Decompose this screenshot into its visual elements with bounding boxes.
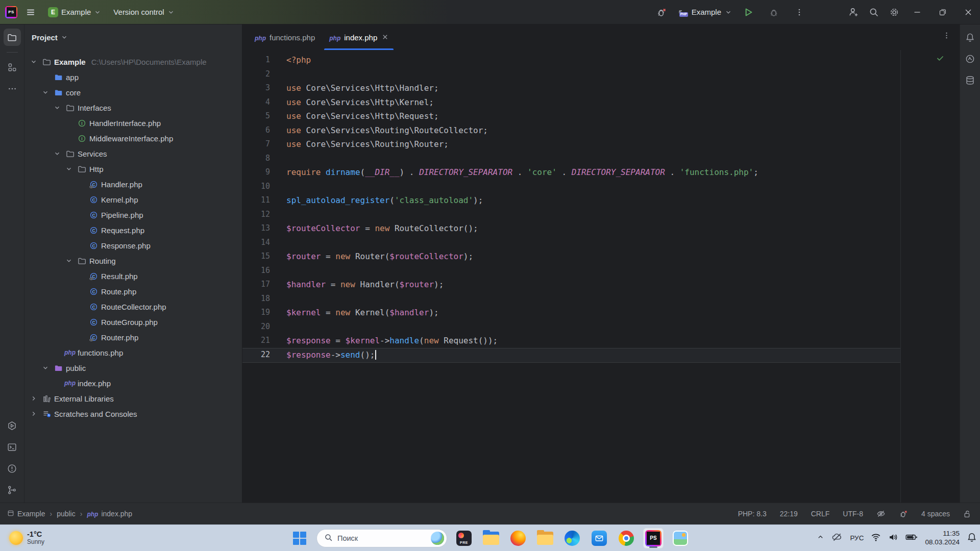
version-control-tool-tool-button[interactable]	[4, 481, 21, 498]
line-number[interactable]: 15	[242, 249, 282, 264]
line-number[interactable]: 4	[242, 95, 282, 110]
debug-listeners-off-button[interactable]	[652, 3, 671, 21]
weather-widget[interactable]: -1°C Sunny	[4, 525, 50, 551]
start-button[interactable]	[289, 528, 310, 548]
code-line[interactable]: 18	[242, 292, 960, 306]
chevron-down-icon[interactable]	[52, 150, 62, 157]
code-line[interactable]: 5use Core\Services\Http\Request;	[242, 109, 960, 123]
code-line[interactable]: 3use Core\Services\Http\Handler;	[242, 81, 960, 95]
tree-item-external-libraries[interactable]: External Libraries	[24, 391, 242, 406]
taskbar-app-mail[interactable]	[589, 528, 609, 548]
search-everywhere-button[interactable]	[865, 3, 883, 21]
code-line[interactable]: 8	[242, 152, 960, 166]
tree-item-core[interactable]: core	[24, 85, 242, 100]
line-number[interactable]: 7	[242, 137, 282, 152]
window-close-button[interactable]	[957, 0, 980, 24]
code-line[interactable]: 16	[242, 264, 960, 278]
chevron-down-icon[interactable]	[64, 165, 74, 172]
tree-item-handler-php[interactable]: CHandler.php	[24, 177, 242, 192]
tree-item-interfaces[interactable]: Interfaces	[24, 100, 242, 115]
taskbar-search-input[interactable]: Поиск	[316, 529, 447, 547]
code-line[interactable]: 13$routeCollector = new RouteCollector()…	[242, 221, 960, 236]
tree-item-router-php[interactable]: CRouter.php	[24, 330, 242, 345]
taskbar-app-folder[interactable]	[535, 528, 555, 548]
tab-index-php[interactable]: phpindex.php	[322, 24, 396, 50]
indent-widget[interactable]: 4 spaces	[921, 510, 950, 518]
chevron-down-icon[interactable]	[40, 364, 51, 371]
settings-button[interactable]	[885, 3, 903, 21]
code-line[interactable]: 15$router = new Router($routeCollector);	[242, 249, 960, 264]
terminal-tool-button[interactable]	[4, 438, 21, 456]
line-number[interactable]: 13	[242, 221, 282, 236]
line-number[interactable]: 6	[242, 123, 282, 138]
database-button[interactable]	[962, 71, 979, 89]
tree-item-route-php[interactable]: CRoute.php	[24, 284, 242, 299]
taskbar-app-edge[interactable]	[562, 528, 582, 548]
taskbar-app-chrome[interactable]	[616, 528, 636, 548]
run-button[interactable]	[739, 3, 757, 21]
services-tool-button[interactable]	[4, 417, 21, 434]
tree-item-example[interactable]: ExampleC:\Users\HP\Documents\Example	[24, 54, 242, 69]
line-number[interactable]: 12	[242, 208, 282, 222]
tree-item-routing[interactable]: Routing	[24, 253, 242, 268]
php-version-widget[interactable]: PHP: 8.3	[738, 510, 767, 518]
breadcrumb-index-php[interactable]: phpindex.php	[87, 510, 132, 518]
language-indicator[interactable]: РУС	[850, 534, 864, 542]
notification-center-icon[interactable]	[967, 532, 977, 544]
code-line[interactable]: 19$kernel = new Kernel($handler);	[242, 306, 960, 320]
code-line[interactable]: 22$response->send();	[242, 348, 960, 362]
structure-tool-button[interactable]	[4, 59, 21, 76]
code-line[interactable]: 20	[242, 320, 960, 334]
line-number[interactable]: 22	[242, 348, 282, 362]
more-actions-button[interactable]	[790, 3, 808, 21]
code-line[interactable]: 2	[242, 67, 960, 82]
writable-lock-icon[interactable]	[963, 510, 972, 518]
run-configuration-selector[interactable]: PHP Example	[678, 7, 732, 17]
window-minimize-button[interactable]	[905, 0, 929, 24]
taskbar-app-photos[interactable]	[670, 528, 691, 548]
tree-item-http[interactable]: Http	[24, 161, 242, 177]
chevron-down-icon[interactable]	[61, 34, 68, 41]
chevron-down-icon[interactable]	[64, 257, 74, 264]
code-line[interactable]: 1<?php	[242, 53, 960, 67]
clock-widget[interactable]: 11:35 08.03.2024	[925, 530, 960, 547]
debugger-muted-icon[interactable]	[899, 509, 908, 518]
code-line[interactable]: 10	[242, 180, 960, 194]
line-number[interactable]: 11	[242, 193, 282, 208]
tree-item-public[interactable]: public	[24, 360, 242, 375]
tree-item-response-php[interactable]: CResponse.php	[24, 238, 242, 253]
onedrive-offline-icon[interactable]	[831, 532, 843, 545]
wifi-icon[interactable]	[871, 532, 881, 544]
notifications-button[interactable]	[962, 29, 979, 46]
tree-item-request-php[interactable]: CRequest.php	[24, 222, 242, 238]
code-line[interactable]: 21$response = $kernel->handle(new Reques…	[242, 334, 960, 348]
line-number[interactable]: 18	[242, 292, 282, 306]
problems-tool-button[interactable]	[4, 460, 21, 477]
line-number[interactable]: 19	[242, 306, 282, 320]
tree-item-routegroup-php[interactable]: CRouteGroup.php	[24, 314, 242, 330]
line-number[interactable]: 9	[242, 165, 282, 180]
code-editor[interactable]: 1<?php23use Core\Services\Http\Handler;4…	[242, 50, 960, 503]
tree-item-middlewareinterface-php[interactable]: IMiddlewareInterface.php	[24, 131, 242, 146]
taskbar-app-firefox[interactable]	[508, 528, 528, 548]
tab-functions-php[interactable]: phpfunctions.php	[248, 24, 322, 50]
code-line[interactable]: 14	[242, 236, 960, 250]
project-widget[interactable]: E Example	[44, 4, 105, 20]
code-line[interactable]: 7use Core\Services\Routing\Router;	[242, 137, 960, 152]
line-number[interactable]: 10	[242, 180, 282, 194]
tree-item-services[interactable]: Services	[24, 146, 242, 161]
taskbar-app-file-explorer[interactable]	[481, 528, 501, 548]
window-restore-button[interactable]	[931, 0, 954, 24]
line-ending-widget[interactable]: CRLF	[811, 510, 830, 518]
code-line[interactable]: 11spl_autoload_register('class_autoload'…	[242, 193, 960, 208]
line-number[interactable]: 2	[242, 67, 282, 82]
chevron-down-icon[interactable]	[40, 89, 51, 96]
chevron-right-icon[interactable]	[29, 395, 39, 402]
line-number[interactable]: 16	[242, 264, 282, 278]
ai-assistant-button[interactable]	[962, 50, 979, 67]
tree-item-kernel-php[interactable]: CKernel.php	[24, 192, 242, 207]
main-menu-button[interactable]	[21, 3, 40, 21]
taskbar-app-app-pre[interactable]: PRE	[454, 528, 474, 548]
tree-item-pipeline-php[interactable]: CPipeline.php	[24, 207, 242, 222]
battery-icon[interactable]	[905, 532, 918, 544]
